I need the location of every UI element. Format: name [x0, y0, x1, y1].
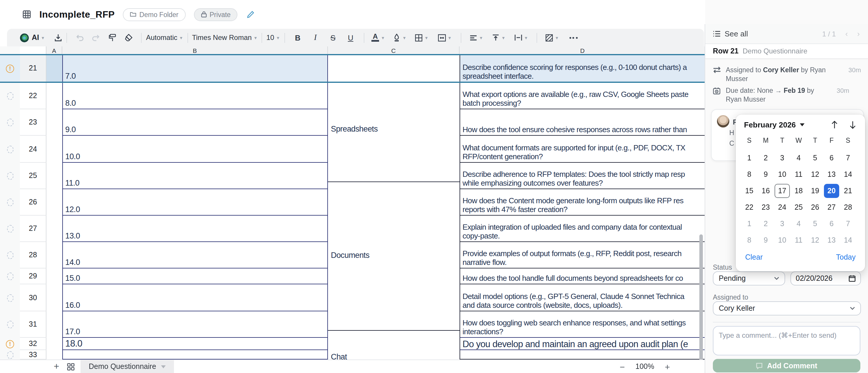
pending-circle-icon[interactable] [7, 321, 13, 329]
pending-circle-icon[interactable] [7, 351, 13, 359]
calendar-day[interactable]: 24 [775, 200, 790, 214]
assigned-to-select[interactable]: Cory Keller [713, 301, 861, 315]
calendar-day[interactable]: 14 [840, 233, 856, 247]
row-status-cell[interactable] [0, 189, 20, 216]
calendar-day[interactable]: 9 [758, 167, 773, 182]
calendar-day[interactable]: 7 [840, 217, 856, 231]
pending-circle-icon[interactable] [7, 119, 13, 126]
column-header-b[interactable]: B [62, 46, 328, 55]
calendar-day[interactable]: 14 [840, 167, 856, 182]
calendar-day[interactable]: 7 [840, 151, 856, 165]
calendar-day[interactable]: 23 [758, 200, 773, 214]
cell-b[interactable]: 8.0 [62, 82, 328, 109]
cell-a[interactable] [46, 163, 62, 189]
cell-d[interactable]: What export options are available (e.g.,… [460, 82, 705, 109]
cell-d[interactable]: Do you develop and maintain an agreed up… [460, 338, 705, 350]
calendar-day[interactable]: 5 [807, 217, 823, 231]
cell-b[interactable]: 15.0 [62, 269, 328, 284]
calendar-day[interactable]: 3 [775, 217, 790, 231]
pending-circle-icon[interactable] [7, 198, 13, 206]
italic-button[interactable]: I [307, 31, 324, 44]
cell-d[interactable]: How does the tool handle full documents … [460, 269, 705, 284]
row-status-cell[interactable] [0, 350, 20, 360]
cell-d[interactable]: Explain integration of uploaded files an… [460, 216, 705, 242]
row-status-cell[interactable] [0, 163, 20, 189]
insert-chart-button[interactable]: ▼ [541, 31, 563, 44]
more-options-button[interactable] [563, 31, 583, 44]
row-header[interactable]: 24 [20, 136, 46, 163]
today-link[interactable]: Today [836, 253, 856, 261]
calendar-day[interactable]: 13 [824, 233, 839, 247]
font-family-select[interactable]: Times New Roman ▼ [192, 31, 257, 44]
calendar-day[interactable]: 18 [791, 184, 806, 198]
pending-circle-icon[interactable] [7, 225, 13, 232]
calendar-day[interactable]: 8 [742, 167, 757, 182]
calendar-day[interactable]: 8 [742, 233, 757, 247]
cell-b[interactable]: 7.0 [62, 55, 328, 82]
calendar-day[interactable]: 22 [742, 200, 757, 214]
next-month-icon[interactable] [848, 120, 857, 129]
row-header[interactable]: 23 [20, 109, 46, 136]
calendar-day[interactable]: 10 [775, 167, 790, 182]
next-row-button[interactable]: › [857, 29, 860, 38]
calendar-day[interactable]: 6 [824, 217, 839, 231]
month-dropdown-icon[interactable] [800, 123, 805, 126]
warning-icon[interactable]: ! [6, 64, 14, 72]
row-header[interactable]: 25 [20, 163, 46, 189]
zoom-out-button[interactable]: − [620, 362, 625, 372]
row-status-cell[interactable] [0, 82, 20, 109]
cell-d[interactable] [460, 350, 705, 360]
fill-color-button[interactable]: ▼ [388, 31, 410, 44]
cell-a[interactable] [46, 338, 62, 350]
cell-b[interactable]: 12.0 [62, 189, 328, 216]
due-date-input[interactable]: 02/20/2026 [790, 271, 861, 285]
cell-d[interactable]: Detail model options (e.g., GPT-5 Genera… [460, 284, 705, 311]
select-all-corner[interactable] [20, 46, 46, 55]
cell-b[interactable]: 16.0 [62, 284, 328, 311]
calendar-day[interactable]: 5 [807, 151, 823, 165]
row-status-cell[interactable] [0, 136, 20, 163]
row-header[interactable]: 32 [20, 338, 46, 350]
pending-circle-icon[interactable] [7, 172, 13, 180]
pending-circle-icon[interactable] [7, 294, 13, 302]
row-status-cell[interactable]: ! [0, 55, 20, 82]
cell-a[interactable] [46, 55, 62, 82]
calendar-day[interactable]: 6 [824, 151, 839, 165]
calendar-day-selected[interactable]: 20 [824, 184, 839, 198]
vertical-align-button[interactable]: ▼ [488, 31, 510, 44]
calendar-day[interactable]: 4 [791, 151, 806, 165]
cell-a[interactable] [46, 216, 62, 242]
cell-a[interactable] [46, 82, 62, 109]
column-header-c[interactable]: C [328, 46, 460, 55]
column-header-d[interactable]: D [460, 46, 705, 55]
row-header[interactable]: 30 [20, 284, 46, 311]
prev-month-icon[interactable] [830, 120, 839, 129]
row-status-cell[interactable]: ! [0, 338, 20, 350]
calendar-day[interactable]: 16 [758, 184, 773, 198]
calendar-day-today[interactable]: 17 [775, 184, 790, 198]
calendar-day[interactable]: 11 [791, 167, 806, 182]
calendar-day[interactable]: 25 [791, 200, 806, 214]
cell-b[interactable]: 13.0 [62, 216, 328, 242]
underline-button[interactable]: U [342, 31, 360, 44]
tab-menu-icon[interactable] [161, 365, 165, 368]
sheet-list-button[interactable] [67, 363, 74, 370]
calendar-day[interactable]: 2 [758, 151, 773, 165]
add-comment-button[interactable]: Add Comment [713, 359, 860, 372]
row-header[interactable]: 33 [20, 350, 46, 360]
redo-button[interactable] [88, 31, 104, 44]
calendar-day[interactable]: 27 [824, 200, 839, 214]
ai-button[interactable]: AI ▼ [20, 31, 45, 44]
calendar-icon[interactable] [848, 275, 856, 282]
cell-d[interactable]: Describe adherence to RFP templates: Doe… [460, 163, 705, 189]
calendar-day[interactable]: 9 [758, 233, 773, 247]
pending-circle-icon[interactable] [7, 251, 13, 259]
status-select[interactable]: Pending [713, 271, 785, 285]
tab-demo-questionnaire[interactable]: Demo Questionnaire [81, 360, 174, 373]
row-header[interactable]: 21 [20, 55, 46, 82]
calendar-day[interactable]: 19 [807, 184, 823, 198]
cell-a[interactable] [46, 311, 62, 338]
calendar-day[interactable]: 2 [758, 217, 773, 231]
cell-a[interactable] [46, 350, 62, 360]
calendar-day[interactable]: 15 [742, 184, 757, 198]
